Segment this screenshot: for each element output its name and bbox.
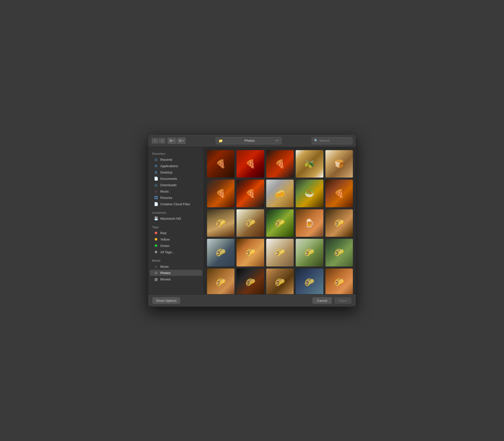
sidebar-item-creative-cloud[interactable]: 📄 Creative Cloud Files [150,201,202,207]
media-photos-icon: ⊙ [154,271,158,275]
sidebar-item-documents[interactable]: 📄 Documents [150,176,202,182]
photo-cell-4[interactable]: 🫒 [296,150,323,178]
show-options-button[interactable]: Show Options [152,297,180,304]
icon-view-button[interactable]: ⊞ ▾ [167,137,176,144]
photo-emoji: 🌮 [275,277,285,287]
list-view-button[interactable]: ⊟ ▾ [177,137,186,144]
forward-button[interactable]: › [159,138,165,144]
sidebar-item-label: Macintosh HD [160,217,181,220]
sidebar-item-tag-green[interactable]: Green [150,243,202,249]
photo-emoji: 🍺 [304,218,314,228]
photo-cell-22[interactable]: 🌮 [237,269,264,294]
sidebar-item-media-movies[interactable]: ▦ Movies [150,276,202,282]
main-content: 🍕🍕🍕🫒🍞🍕🍕🧀🥗🍕🌮🌮🌮🍺🌮🌮🌮🌮🌮🌮🌮🌮🌮🌮🌮 [204,147,356,294]
back-button[interactable]: ‹ [152,138,158,144]
photo-cell-5[interactable]: 🍞 [325,150,353,178]
photo-cell-12[interactable]: 🌮 [237,209,264,237]
photo-cell-8[interactable]: 🧀 [266,180,294,207]
photo-emoji: 🌮 [216,277,226,287]
photo-cell-19[interactable]: 🌮 [296,239,323,266]
photo-emoji: 🌮 [334,277,344,287]
photo-emoji: 🍕 [245,159,256,169]
sidebar-item-label: Downloads [160,183,177,187]
photo-cell-11[interactable]: 🌮 [207,209,234,237]
sidebar-item-pictures[interactable]: 🖼 Pictures [150,195,202,201]
music-icon: ♪ [154,189,158,193]
sidebar-item-media-music[interactable]: ♪ Music [150,263,202,270]
path-dropdown[interactable]: 📁 Photos ⬆⬇ [216,137,282,144]
documents-icon: 📄 [154,177,158,181]
applications-icon: ⚙ [154,164,158,168]
photo-emoji: 🍕 [216,159,226,169]
photo-emoji: 🍕 [275,159,285,169]
sidebar-item-label: Documents [160,177,177,181]
photo-cell-2[interactable]: 🍕 [237,150,264,178]
content-area: Favorites ◎ Recents ⚙ Applications 🖥 Des… [148,147,356,294]
open-button[interactable]: Open [334,297,352,304]
photo-emoji: 🌮 [275,218,285,228]
sidebar-item-all-tags[interactable]: All Tags... [150,249,202,255]
path-label: Photos [244,139,255,143]
photo-cell-20[interactable]: 🌮 [325,239,353,266]
photo-cell-16[interactable]: 🌮 [207,239,234,266]
creative-cloud-icon: 📄 [154,202,158,206]
photo-cell-18[interactable]: 🌮 [266,239,294,266]
photo-emoji: 🌮 [275,248,285,257]
photo-emoji: 🌮 [304,248,314,257]
sidebar-item-label: Red [160,231,166,235]
photo-cell-13[interactable]: 🌮 [266,209,294,237]
sidebar-item-label: Movies [160,277,171,281]
sidebar-item-label: Green [160,244,169,248]
list-view-icon: ⊟ [179,139,182,143]
photo-emoji: 🌮 [334,218,344,228]
photo-cell-9[interactable]: 🥗 [296,180,323,207]
photo-emoji: 🍕 [245,189,256,198]
search-icon: 🔍 [314,139,318,143]
photo-cell-25[interactable]: 🌮 [325,269,353,294]
sidebar-item-desktop[interactable]: 🖥 Desktop [150,169,202,175]
photo-emoji: 🌮 [245,248,256,257]
sidebar-item-label: Music [160,190,169,193]
sidebar-item-label: Creative Cloud Files [160,202,190,206]
sidebar-item-macintosh-hd[interactable]: 💾 Macintosh HD [150,215,202,222]
photo-cell-3[interactable]: 🍕 [266,150,294,178]
downloads-icon: ◎ [154,183,158,187]
photo-cell-21[interactable]: 🌮 [207,269,234,294]
search-box[interactable]: 🔍 [312,137,352,144]
photo-cell-7[interactable]: 🍕 [237,180,264,207]
photo-cell-17[interactable]: 🌮 [237,239,264,266]
media-header: Media [148,257,204,263]
file-open-dialog: ‹ › ⊞ ▾ ⊟ ▾ 📁 Photos ⬆⬇ 🔍 Favorites [148,134,356,307]
sidebar-item-label: Recents [160,158,172,162]
search-input[interactable] [319,139,350,143]
list-view-chevron: ▾ [182,139,184,142]
photo-cell-14[interactable]: 🍺 [296,209,323,237]
hd-icon: 💾 [154,216,158,220]
photo-cell-10[interactable]: 🍕 [325,180,353,207]
view-buttons: ⊞ ▾ ⊟ ▾ [167,137,186,144]
path-chevron-icon: ⬆⬇ [275,139,279,142]
photo-cell-23[interactable]: 🌮 [266,269,294,294]
photo-cell-1[interactable]: 🍕 [207,150,234,178]
photo-cell-24[interactable]: 🌮 [296,269,323,294]
sidebar-item-label: All Tags... [160,250,175,254]
photo-cell-15[interactable]: 🌮 [325,209,353,237]
sidebar-item-downloads[interactable]: ◎ Downloads [150,182,202,188]
sidebar-item-label: Yellow [160,238,170,241]
pictures-icon: 🖼 [154,196,158,200]
sidebar-item-recents[interactable]: ◎ Recents [150,156,202,163]
locations-header: Locations [148,209,204,215]
sidebar-item-applications[interactable]: ⚙ Applications [150,163,202,169]
photo-emoji: 🥗 [304,189,314,198]
cancel-button[interactable]: Cancel [312,297,332,304]
sidebar-item-tag-yellow[interactable]: Yellow [150,236,202,242]
sidebar-item-music[interactable]: ♪ Music [150,188,202,194]
photo-cell-6[interactable]: 🍕 [207,180,234,207]
sidebar-item-media-photos[interactable]: ⊙ Photos [150,270,202,276]
sidebar-item-label: Photos [160,271,170,275]
folder-icon: 📁 [218,139,223,143]
photo-emoji: 🌮 [216,248,226,257]
photo-emoji: 🧀 [275,189,285,198]
favorites-header: Favorites [148,150,204,156]
sidebar-item-tag-red[interactable]: Red [150,230,202,236]
